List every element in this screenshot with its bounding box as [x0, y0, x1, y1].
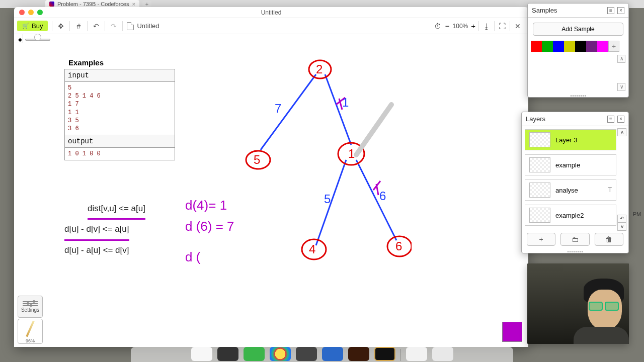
tree-diagram: 2 5 1 4 6 7 1 5 6: [200, 49, 412, 270]
add-color-button[interactable]: +: [608, 41, 619, 52]
scroll-up-icon[interactable]: ∧: [617, 55, 625, 63]
current-color-swatch[interactable]: [502, 322, 522, 342]
layer-item[interactable]: Layer 3: [525, 129, 616, 150]
input-text: 5 2 5 1 4 6 1 7 1 1 3 5 3 6: [65, 82, 175, 135]
input-header: input: [65, 69, 175, 82]
scroll-up-icon[interactable]: ∧: [617, 128, 626, 136]
examples-panel: Examples input 5 2 5 1 4 6 1 7 1 1 3 5 3…: [64, 58, 175, 160]
layer-thumbnail: [529, 208, 550, 223]
svg-text:6: 6: [395, 239, 402, 253]
svg-text:1: 1: [348, 147, 355, 160]
layer-thumbnail: [529, 132, 550, 147]
samples-close-icon[interactable]: ×: [617, 7, 624, 14]
layers-close-icon[interactable]: ×: [617, 116, 624, 123]
dock-app-finder[interactable]: [191, 347, 212, 361]
output-header: output: [65, 135, 175, 148]
dock-app-wechat[interactable]: [244, 347, 265, 361]
document-title[interactable]: Untitled: [127, 22, 159, 30]
folder-layer-button[interactable]: 🗀: [560, 233, 589, 246]
layers-list: Layer 3 example analyse T example2: [522, 126, 628, 229]
browser-tab-title: Problem - 739B - Codeforces: [57, 1, 129, 7]
panel-resize-grip[interactable]: [522, 250, 628, 253]
svg-text:7: 7: [275, 102, 281, 115]
menu-bar-time: PM: [630, 211, 644, 217]
color-swatch-black[interactable]: [575, 41, 586, 52]
samples-menu-icon[interactable]: ≡: [607, 7, 614, 14]
svg-text:4: 4: [309, 242, 315, 256]
undo-small-icon[interactable]: ↶: [617, 215, 626, 223]
color-swatch-magenta[interactable]: [597, 41, 608, 52]
layer-item[interactable]: example: [525, 154, 616, 175]
fullscreen-icon[interactable]: ⛶: [498, 22, 507, 31]
grid-icon[interactable]: #: [74, 22, 83, 31]
pen-tool-button[interactable]: 96%: [18, 319, 43, 344]
layer-thumbnail: [529, 183, 550, 198]
color-swatch-yellow[interactable]: [564, 41, 575, 52]
panel-resize-grip[interactable]: [528, 94, 628, 97]
dock-app-terminal[interactable]: [217, 347, 238, 361]
window-title: Untitled: [14, 9, 528, 16]
samples-title: Samples: [532, 7, 557, 14]
svg-text:5: 5: [324, 192, 331, 206]
app-window: Untitled Buy ✥ # ↶ ↷ Untitled ⏱ − 100% +…: [14, 7, 528, 347]
zoom-minus[interactable]: −: [445, 22, 450, 30]
dock-app-safari[interactable]: [322, 347, 343, 361]
dock-app-game[interactable]: [348, 347, 369, 361]
settings-button[interactable]: Settings: [18, 296, 43, 318]
dock-app-chrome[interactable]: [270, 347, 291, 361]
color-swatch-red[interactable]: [531, 41, 542, 52]
layers-menu-icon[interactable]: ≡: [607, 116, 614, 123]
favicon-icon: [49, 2, 54, 7]
svg-text:6: 6: [379, 189, 386, 203]
canvas[interactable]: ◆ Examples input 5 2 5 1 4 6 1 7 1 1 3 5…: [14, 34, 528, 347]
new-tab-button[interactable]: +: [142, 1, 151, 8]
layers-panel: Layers ≡ × Layer 3 example analyse T exa…: [521, 112, 629, 253]
title-bar: Untitled: [14, 7, 528, 18]
svg-line-14: [356, 105, 391, 155]
color-swatch-purple[interactable]: [586, 41, 597, 52]
delete-layer-button[interactable]: 🗑: [595, 233, 623, 246]
pen-icon: [26, 321, 34, 337]
color-swatch-blue[interactable]: [553, 41, 564, 52]
dock-app-editor[interactable]: [374, 347, 395, 361]
redo-icon[interactable]: ↷: [109, 22, 118, 31]
svg-text:5: 5: [254, 153, 260, 166]
dock-trash-icon[interactable]: [432, 347, 453, 361]
dock-app-sublime[interactable]: [296, 347, 317, 361]
layer-thumbnail: [529, 157, 550, 172]
dock-app-doc[interactable]: [406, 347, 427, 361]
output-text: 1 0 1 0 0: [65, 148, 175, 160]
formula-text: dist[v,u] <= a[u] d[u] - d[v] <= a[u] d[…: [64, 199, 145, 259]
document-icon: [127, 22, 134, 30]
samples-panel: Samples ≡ × Add Sample + ∧ ∨: [527, 3, 629, 98]
dock: [131, 347, 513, 362]
buy-button[interactable]: Buy: [17, 21, 48, 31]
layer-item[interactable]: example2: [525, 205, 616, 226]
close-icon[interactable]: ✕: [513, 22, 522, 31]
layer-item[interactable]: analyse T: [525, 179, 616, 201]
svg-text:1: 1: [342, 96, 349, 109]
toolbar: Buy ✥ # ↶ ↷ Untitled ⏱ − 100% + ⭳ ⛶ ✕: [14, 18, 528, 34]
timer-icon[interactable]: ⏱: [433, 22, 442, 31]
undo-icon[interactable]: ↶: [92, 22, 101, 31]
close-tab-icon[interactable]: ×: [132, 1, 135, 7]
download-icon[interactable]: ⭳: [482, 22, 491, 31]
webcam-overlay: [527, 263, 629, 344]
zoom-plus[interactable]: +: [471, 22, 475, 30]
svg-text:2: 2: [316, 62, 323, 76]
examples-heading: Examples: [64, 58, 175, 67]
move-tool-icon[interactable]: ✥: [56, 22, 65, 31]
add-sample-button[interactable]: Add Sample: [533, 23, 623, 36]
add-layer-button[interactable]: +: [527, 233, 555, 246]
zoom-level[interactable]: 100%: [453, 23, 468, 30]
scroll-down-icon[interactable]: ∨: [617, 223, 626, 231]
scroll-down-icon[interactable]: ∨: [617, 83, 625, 91]
slider-widget[interactable]: ◆: [25, 37, 50, 43]
layers-title: Layers: [526, 115, 545, 123]
color-palette: +: [528, 41, 628, 55]
color-swatch-green[interactable]: [542, 41, 553, 52]
